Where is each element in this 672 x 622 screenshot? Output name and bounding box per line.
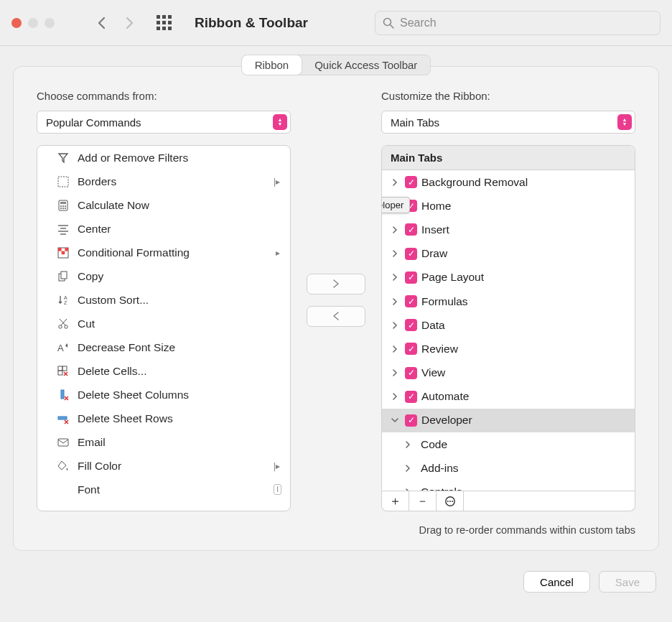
disclosure-icon[interactable] — [402, 441, 414, 448]
tree-item[interactable]: ✓Developer — [382, 409, 635, 432]
ribbon-tabs-value: Main Tabs — [391, 116, 439, 129]
tab-ribbon[interactable]: Ribbon — [242, 55, 302, 75]
disclosure-icon[interactable] — [389, 226, 401, 233]
checkbox-icon[interactable]: ✓ — [405, 391, 417, 403]
command-label: Custom Sort... — [78, 294, 149, 307]
disclosure-icon[interactable] — [389, 250, 401, 257]
command-item[interactable]: Center — [37, 217, 290, 241]
svg-point-7 — [65, 205, 66, 207]
command-icon: A — [56, 340, 70, 355]
ribbon-column: Customize the Ribbon: Main Tabs ▲▼ Main … — [381, 85, 635, 536]
tree-subitem-label: Code — [421, 438, 447, 451]
svg-line-1 — [391, 24, 394, 28]
disclosure-icon[interactable] — [389, 274, 401, 281]
tree-subitem[interactable]: Add-ins — [382, 456, 635, 480]
all-prefs-grid-icon[interactable] — [157, 15, 172, 30]
command-item[interactable]: Borders|▸ — [37, 170, 290, 193]
zoom-window-button[interactable] — [45, 18, 55, 28]
svg-line-25 — [61, 319, 67, 325]
remove-tab-button[interactable]: － — [409, 491, 437, 511]
tree-item-label: Page Layout — [421, 271, 484, 284]
tree-item[interactable]: ✓Home — [382, 194, 635, 218]
checkbox-icon[interactable]: ✓ — [405, 176, 417, 188]
checkbox-icon[interactable]: ✓ — [405, 367, 417, 379]
tree-item[interactable]: ✓Review — [382, 337, 635, 361]
svg-text:Z: Z — [64, 300, 67, 305]
command-item[interactable]: Delete Sheet Columns — [37, 383, 290, 407]
disclosure-icon[interactable] — [389, 417, 401, 424]
tree-item[interactable]: ✓Background Removal — [382, 170, 635, 194]
add-command-button[interactable] — [307, 274, 365, 294]
command-icon — [56, 483, 70, 497]
tree-subitem[interactable]: Controls — [382, 480, 635, 491]
commands-from-dropdown[interactable]: Popular Commands ▲▼ — [37, 111, 291, 134]
disclosure-icon[interactable] — [389, 298, 401, 305]
checkbox-icon[interactable]: ✓ — [405, 319, 417, 331]
tree-item[interactable]: ✓Formulas — [382, 289, 635, 313]
command-item[interactable]: Cut — [37, 312, 290, 335]
window-title: Ribbon & Toolbar — [195, 15, 308, 31]
command-item[interactable]: Email — [37, 430, 290, 454]
save-button[interactable]: Save — [599, 571, 656, 593]
command-item[interactable]: Calculate Now — [37, 193, 290, 217]
checkbox-icon[interactable]: ✓ — [405, 248, 417, 260]
ribbon-tabs-dropdown[interactable]: Main Tabs ▲▼ — [381, 111, 635, 134]
command-label: Borders — [78, 175, 116, 188]
nav-back-button[interactable] — [93, 14, 111, 32]
command-label: Center — [78, 223, 111, 236]
ribbon-tree[interactable]: Main Tabs Developer ✓Background Removal✓… — [381, 145, 635, 491]
svg-rect-16 — [58, 248, 62, 251]
tree-item[interactable]: ✓Insert — [382, 218, 635, 241]
tree-item[interactable]: ✓Page Layout — [382, 266, 635, 289]
command-item[interactable]: Conditional Formatting▸ — [37, 241, 290, 264]
checkbox-icon[interactable]: ✓ — [405, 223, 417, 236]
tree-item[interactable]: ✓Draw — [382, 242, 635, 266]
disclosure-icon[interactable] — [389, 393, 401, 400]
command-item[interactable]: Add or Remove Filters — [37, 146, 290, 170]
search-placeholder: Search — [400, 17, 437, 29]
tree-item[interactable]: ✓View — [382, 361, 635, 385]
command-item[interactable]: Fill Color|▸ — [37, 454, 290, 478]
disclosure-icon[interactable] — [389, 322, 401, 329]
tree-item[interactable]: ✓Automate — [382, 385, 635, 409]
commands-listbox[interactable]: Add or Remove FiltersBorders|▸Calculate … — [37, 145, 291, 511]
disclosure-icon[interactable] — [389, 369, 401, 376]
add-tab-button[interactable]: ＋ — [382, 491, 409, 511]
tree-subitem[interactable]: Code — [382, 432, 635, 456]
command-item[interactable]: Copy — [37, 264, 290, 288]
remove-command-button[interactable] — [307, 306, 365, 327]
checkbox-icon[interactable]: ✓ — [405, 271, 417, 284]
main-panel: Ribbon Quick Access Toolbar Choose comma… — [13, 66, 659, 551]
disclosure-icon[interactable] — [389, 179, 401, 186]
svg-rect-17 — [65, 248, 68, 251]
minimize-window-button[interactable] — [28, 18, 38, 28]
transfer-buttons — [307, 274, 365, 327]
command-item[interactable]: Delete Cells... — [37, 359, 290, 383]
window-toolbar: Ribbon & Toolbar Search — [0, 0, 672, 46]
command-label: Font — [78, 483, 100, 496]
disclosure-icon[interactable] — [402, 465, 414, 472]
tree-item[interactable]: ✓Data — [382, 313, 635, 337]
nav-forward-button[interactable] — [121, 14, 138, 32]
command-item[interactable]: FontI — [37, 478, 290, 501]
command-item[interactable]: AZCustom Sort... — [37, 288, 290, 312]
command-item[interactable]: Delete Sheet Rows — [37, 407, 290, 430]
command-item[interactable]: ADecrease Font Size — [37, 335, 290, 359]
command-icon: AZ — [56, 293, 70, 307]
tab-quick-access-toolbar[interactable]: Quick Access Toolbar — [302, 55, 430, 75]
checkbox-icon[interactable]: ✓ — [405, 343, 417, 355]
command-icon — [56, 198, 70, 213]
disclosure-icon[interactable] — [402, 488, 414, 491]
checkbox-icon[interactable]: ✓ — [405, 414, 417, 427]
command-label: Decrease Font Size — [78, 341, 175, 354]
checkbox-icon[interactable]: ✓ — [405, 295, 417, 307]
search-input[interactable]: Search — [375, 11, 661, 35]
command-icon — [56, 269, 70, 284]
close-window-button[interactable] — [11, 18, 22, 28]
cancel-button[interactable]: Cancel — [523, 571, 590, 593]
dropdown-arrows-icon: ▲▼ — [273, 114, 287, 130]
tab-options-button[interactable] — [437, 491, 464, 511]
svg-rect-32 — [58, 417, 67, 419]
disclosure-icon[interactable] — [389, 345, 401, 353]
tree-header: Main Tabs — [382, 146, 635, 170]
